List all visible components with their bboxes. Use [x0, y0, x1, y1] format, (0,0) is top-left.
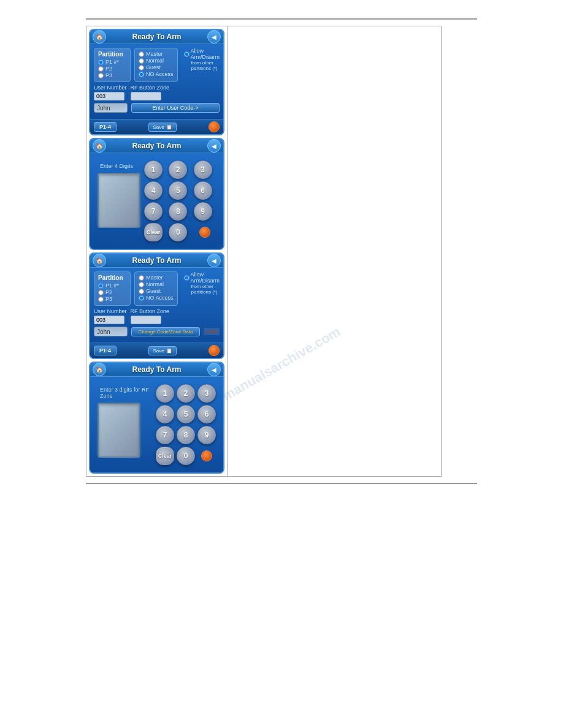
bottom-divider — [86, 483, 477, 484]
widget1-master-radio-input[interactable] — [139, 51, 144, 57]
widget1-p3-radio[interactable]: P3 — [98, 72, 126, 78]
widget1-orange-btn[interactable] — [209, 121, 220, 132]
widget2-orange-btn[interactable] — [199, 227, 210, 238]
widget1-allow-sub: from other partitions (*) — [191, 60, 220, 71]
widget3-name-input[interactable] — [94, 327, 128, 336]
widget2-key-2[interactable]: 2 — [169, 161, 187, 179]
widget1-back-btn[interactable]: ◀ — [207, 30, 221, 44]
widget4-key-1[interactable]: 1 — [156, 384, 174, 403]
widget1-normal-radio-input[interactable] — [139, 58, 144, 64]
widget4-key-0[interactable]: 0 — [177, 447, 195, 465]
widget3-usernumber-input[interactable] — [94, 316, 124, 324]
widget3-change-code-btn[interactable]: Change Code/Zone Data — [131, 327, 200, 336]
widget4-home-btn[interactable]: 🏠 — [93, 363, 106, 376]
widget2-key-9[interactable]: 9 — [194, 202, 212, 221]
widget3-back-btn[interactable]: ◀ — [207, 254, 221, 267]
widget1-noaccess-radio-input[interactable] — [139, 72, 144, 77]
widget3-guest-radio[interactable]: Guest — [139, 288, 174, 294]
widget2-display — [98, 173, 140, 228]
widget1-p1-radio[interactable]: P1 #* — [98, 59, 126, 65]
widget3-allow-radio-input[interactable] — [184, 275, 190, 281]
top-divider — [86, 18, 477, 20]
widget4-key-3[interactable]: 3 — [197, 384, 216, 403]
widget2-key-1[interactable]: 1 — [144, 161, 163, 179]
widget3-home-btn[interactable]: 🏠 — [93, 254, 106, 267]
widget3-usernumber-group: User Number — [94, 308, 127, 324]
widget2-key-clear[interactable]: Clear — [144, 223, 163, 241]
widget1-home-btn[interactable]: 🏠 — [93, 30, 106, 44]
widget1-allow-radio[interactable]: Allow Arm/Disarm — [184, 48, 220, 60]
widget1-p3-radio-input[interactable] — [98, 73, 104, 78]
widget2-key-5[interactable]: 5 — [169, 181, 187, 200]
widget1-p1-radio-input[interactable] — [98, 59, 104, 65]
widget3-guest-label: Guest — [146, 288, 161, 294]
widget4-display — [98, 403, 140, 458]
widget2-back-btn[interactable]: ◀ — [207, 139, 221, 153]
widget3-p1-radio[interactable]: P1 #* — [98, 282, 126, 289]
widget1-p2-radio[interactable]: P2 — [98, 66, 126, 72]
widget3-normal-radio-input[interactable] — [139, 282, 144, 287]
widget4-key-5[interactable]: 5 — [177, 405, 195, 423]
widget3-allow-radio[interactable]: Allow Arm/Disarm — [184, 271, 220, 284]
widget3-noaccess-radio-input[interactable] — [139, 295, 144, 301]
widget1-rfbutton-input[interactable] — [131, 92, 161, 100]
widget3-partition-badge[interactable]: P1-4 — [94, 346, 117, 355]
widget3-rfbutton-group: RF Button Zone — [131, 308, 170, 324]
widget2-key-6[interactable]: 6 — [194, 181, 212, 200]
widget3-p2-radio[interactable]: P2 — [98, 289, 126, 295]
widget1-allow-radio-input[interactable] — [184, 51, 190, 57]
widget1-partition-badge[interactable]: P1-4 — [94, 122, 117, 132]
widget1-p2-radio-input[interactable] — [98, 66, 104, 72]
widget1-master-radio[interactable]: Master — [139, 51, 174, 57]
widget3-ql-label: 📋 — [166, 348, 172, 354]
widget3-master-label: Master — [146, 275, 163, 281]
widget2-key-8[interactable]: 8 — [169, 202, 187, 221]
widget2-home-btn[interactable]: 🏠 — [93, 139, 106, 153]
widget1-usernumber-input[interactable] — [94, 92, 124, 100]
widget1-guest-radio-input[interactable] — [139, 65, 144, 70]
widget3-master-radio-input[interactable] — [139, 275, 144, 281]
widget2-key-3[interactable]: 3 — [194, 161, 212, 179]
widget2-body: Enter 4 Digits 1 2 3 4 5 6 7 8 9 — [90, 153, 223, 249]
widget4-orange-btn[interactable] — [201, 450, 212, 461]
widget4-key-4[interactable]: 4 — [156, 405, 174, 423]
widget3-save-btn[interactable]: Save 📋 — [148, 346, 176, 355]
left-panel: 🏠 Ready To Arm ◀ Partition P1 #* — [86, 26, 228, 476]
widget4-key-6[interactable]: 6 — [197, 405, 216, 423]
widget1-save-btn[interactable]: Save 📋 — [148, 123, 176, 132]
widget3-p1-radio-input[interactable] — [98, 283, 104, 289]
widget3-orange-btn[interactable] — [209, 345, 220, 356]
widget4-key-clear[interactable]: Clear — [156, 447, 174, 465]
widget3-save-label: Save — [153, 348, 164, 354]
widget3-rfbutton-input[interactable] — [131, 316, 161, 324]
widget3-p2-radio-input[interactable] — [98, 290, 104, 295]
widget1-form-row: Partition P1 #* P2 P3 — [94, 48, 220, 82]
widget2-key-0[interactable]: 0 — [169, 223, 187, 241]
widget4-back-btn[interactable]: ◀ — [207, 363, 221, 376]
widget1-normal-radio[interactable]: Normal — [139, 58, 174, 64]
widget2-panel: 🏠 Ready To Arm ◀ Enter 4 Digits 1 2 3 — [89, 138, 224, 250]
widget2-key-4[interactable]: 4 — [144, 181, 163, 200]
widget3-p3-radio[interactable]: P3 — [98, 296, 126, 302]
widget4-key-7[interactable]: 7 — [156, 426, 174, 444]
widget4-keypad-container: Enter 3 digits for RF Zone 1 2 3 4 5 6 7… — [94, 381, 220, 469]
widget1-guest-radio[interactable]: Guest — [139, 64, 174, 70]
widget3-noaccess-radio[interactable]: NO Access — [139, 295, 174, 301]
widget1-enter-code-btn[interactable]: Enter User Code-> — [131, 103, 220, 113]
widget2-keypad-grid[interactable]: 1 2 3 4 5 6 7 8 9 Clear 0 — [144, 161, 216, 241]
widget4-key-2[interactable]: 2 — [177, 384, 195, 403]
widget3-master-radio[interactable]: Master — [139, 275, 174, 281]
widget3-normal-radio[interactable]: Normal — [139, 281, 174, 287]
widget3-partition-box: Partition P1 #* P2 P3 — [94, 271, 131, 306]
widget1-name-input[interactable] — [94, 103, 128, 113]
widget2-title: Ready To Arm — [132, 142, 181, 150]
widget4-keypad-grid[interactable]: 1 2 3 4 5 6 7 8 9 Clear 0 — [156, 384, 216, 465]
widget1-noaccess-radio[interactable]: NO Access — [139, 71, 174, 77]
widget4-key-8[interactable]: 8 — [177, 426, 195, 444]
widget2-keypad-container: Enter 4 Digits 1 2 3 4 5 6 7 8 9 — [94, 157, 220, 245]
widget3-guest-radio-input[interactable] — [139, 289, 144, 294]
widget4-key-9[interactable]: 9 — [197, 426, 216, 444]
widget3-rfbutton-label: RF Button Zone — [131, 308, 170, 314]
widget3-p3-radio-input[interactable] — [98, 297, 104, 302]
widget2-key-7[interactable]: 7 — [144, 202, 163, 221]
